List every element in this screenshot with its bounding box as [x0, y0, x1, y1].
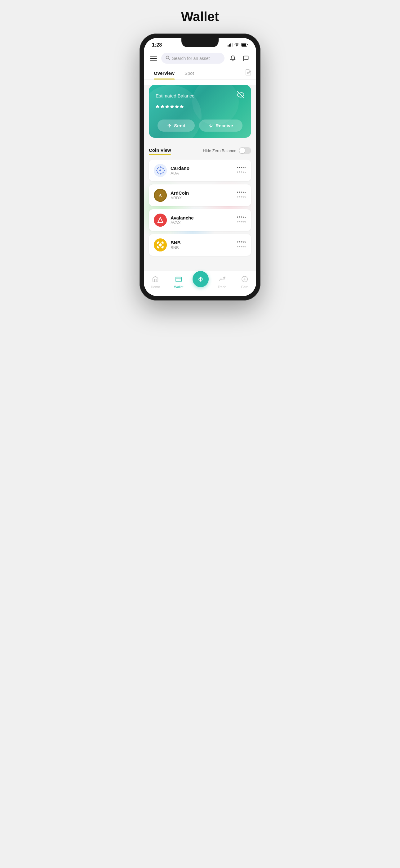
tab-overview[interactable]: Overview	[149, 67, 179, 80]
nav-item-earn[interactable]: Earn	[235, 274, 254, 290]
chat-support-button[interactable]	[241, 53, 251, 64]
bnb-amount: *****	[237, 240, 246, 245]
phone-screen: 1:28	[144, 38, 256, 296]
avax-balance: ***** *****	[237, 215, 246, 225]
svg-rect-0	[228, 45, 229, 46]
avax-symbol: AVAX	[171, 220, 233, 225]
main-content: Estimated Balance ******	[144, 85, 256, 271]
nav-wallet-label: Wallet	[174, 285, 183, 289]
ada-logo	[154, 164, 167, 177]
ada-info: Cardano ADA	[171, 165, 233, 176]
svg-rect-6	[242, 43, 246, 46]
bnb-logo	[154, 239, 167, 251]
svg-rect-40	[176, 277, 181, 282]
receive-button[interactable]: Receive	[199, 120, 242, 132]
nav-item-trade[interactable]: Trade	[213, 274, 231, 290]
svg-point-17	[157, 168, 158, 169]
svg-rect-3	[232, 43, 233, 46]
coin-view-section: Coin View Hide Zero Balance	[144, 143, 256, 262]
balance-header: Estimated Balance	[156, 91, 244, 100]
nav-trade-label: Trade	[218, 285, 226, 289]
bottom-navigation: Home Wallet	[144, 271, 256, 296]
avax-amount: *****	[237, 215, 246, 220]
hide-zero-label: Hide Zero Balance	[203, 148, 236, 153]
svg-point-42	[224, 277, 226, 278]
coin-item-avax[interactable]: Avalanche AVAX ***** *****	[149, 209, 251, 231]
hide-balance-button[interactable]	[237, 91, 244, 100]
bnb-symbol: BNB	[171, 245, 233, 250]
svg-point-4	[237, 46, 237, 46]
bnb-name: BNB	[171, 240, 233, 245]
status-time: 1:28	[152, 42, 162, 48]
phone-frame: 1:28	[139, 34, 261, 301]
coin-item-bnb[interactable]: BNB BNB ***** *****	[149, 234, 251, 256]
svg-point-25	[159, 173, 159, 174]
svg-point-18	[163, 172, 164, 173]
status-icons	[228, 42, 248, 48]
document-icon[interactable]	[245, 69, 251, 77]
bnb-value: *****	[237, 245, 246, 250]
top-bar: Search for an asset	[144, 50, 256, 67]
ardx-info: ArdCoin ARDX	[171, 190, 233, 200]
send-button[interactable]: Send	[158, 120, 195, 132]
ada-balance: ***** *****	[237, 166, 246, 175]
svg-point-19	[157, 172, 158, 173]
svg-point-24	[162, 173, 163, 174]
svg-point-26	[162, 167, 163, 168]
wifi-icon	[234, 42, 239, 48]
svg-text:A: A	[159, 193, 162, 198]
avax-info: Avalanche AVAX	[171, 215, 233, 225]
hide-zero-balance-row: Hide Zero Balance	[203, 147, 251, 154]
svg-point-16	[160, 173, 161, 175]
ardx-logo: A	[154, 189, 167, 202]
tab-navigation: Overview Spot	[144, 67, 256, 80]
hide-zero-toggle[interactable]	[239, 147, 251, 154]
trade-icon	[219, 276, 226, 284]
avax-logo	[154, 214, 167, 227]
svg-point-21	[156, 170, 157, 171]
avax-name: Avalanche	[171, 215, 233, 220]
svg-point-22	[164, 170, 165, 171]
ardx-name: ArdCoin	[171, 190, 233, 195]
earn-icon	[241, 276, 248, 284]
svg-point-27	[159, 169, 161, 172]
coin-view-header: Coin View Hide Zero Balance	[149, 143, 251, 156]
svg-rect-1	[229, 44, 230, 46]
top-actions	[228, 53, 251, 64]
hamburger-menu-button[interactable]	[149, 55, 158, 62]
nav-item-wallet[interactable]: Wallet	[169, 274, 188, 290]
coin-item-ada[interactable]: Cardano ADA ***** *****	[149, 160, 251, 181]
bnb-info: BNB BNB	[171, 240, 233, 250]
ardx-amount: *****	[237, 191, 246, 195]
coin-item-ardx[interactable]: A ArdCoin ARDX ***** *****	[149, 184, 251, 206]
balance-label: Estimated Balance	[156, 93, 194, 98]
svg-rect-2	[230, 43, 231, 46]
nav-center-trade-button[interactable]	[193, 271, 209, 287]
ada-name: Cardano	[171, 165, 233, 171]
svg-point-20	[163, 168, 164, 169]
wallet-icon	[175, 276, 182, 284]
search-icon	[166, 56, 170, 61]
home-icon	[152, 276, 159, 284]
svg-line-8	[169, 59, 170, 60]
balance-amount: ******	[156, 103, 244, 113]
svg-point-23	[159, 167, 159, 168]
camera-notch	[181, 38, 219, 47]
nav-home-label: Home	[151, 285, 160, 289]
battery-icon	[241, 42, 248, 48]
tab-spot[interactable]: Spot	[179, 67, 199, 80]
signal-icon	[228, 42, 233, 48]
notification-bell-button[interactable]	[228, 53, 238, 64]
card-actions: Send Receive	[156, 120, 244, 132]
search-bar[interactable]: Search for an asset	[161, 53, 225, 64]
bnb-balance: ***** *****	[237, 240, 246, 250]
avax-value: *****	[237, 220, 246, 225]
balance-card: Estimated Balance ******	[149, 85, 251, 138]
svg-point-15	[160, 166, 161, 168]
page-title: Wallet	[181, 9, 219, 24]
nav-earn-label: Earn	[241, 285, 248, 289]
ada-value: *****	[237, 170, 246, 175]
ada-symbol: ADA	[171, 171, 233, 176]
search-placeholder-text: Search for an asset	[172, 56, 210, 61]
nav-item-home[interactable]: Home	[146, 274, 165, 290]
